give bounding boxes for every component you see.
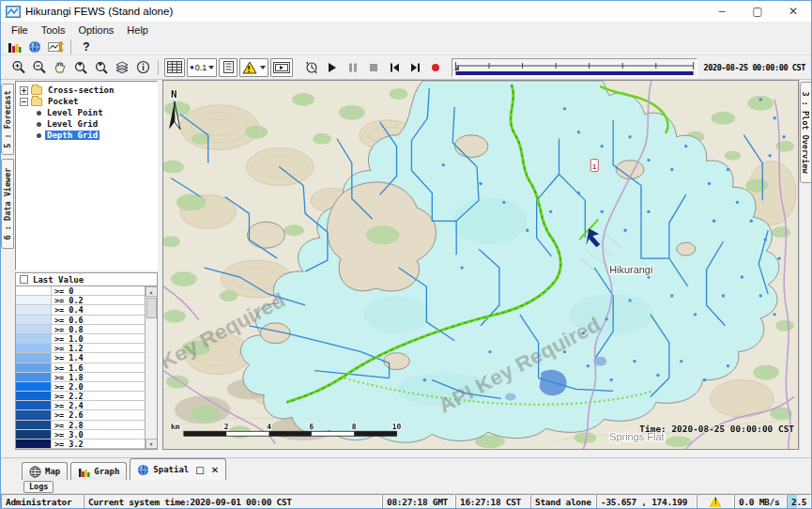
tab-spatial[interactable]: Spatial □ ✕ [130, 458, 226, 480]
time-slider[interactable] [452, 58, 697, 77]
layer-tree: Cross-section Pocket Level Point Level G… [15, 81, 158, 270]
dot-icon: ● [190, 63, 194, 71]
svg-text:8: 8 [352, 423, 357, 431]
tab-data-viewer[interactable]: 6 : Data Viewer [1, 159, 14, 249]
legend-color-swatch [16, 344, 52, 352]
bullet-icon [37, 122, 41, 127]
collapse-icon[interactable] [20, 98, 28, 106]
skip-to-end-icon[interactable] [406, 58, 424, 77]
right-tab-strip: 3 : Plot Overview [799, 80, 811, 450]
tab-maximize-icon[interactable]: □ [195, 465, 204, 475]
maximize-button[interactable]: ▢ [740, 1, 775, 22]
skip-to-start-icon[interactable] [385, 58, 404, 77]
help-button[interactable]: ? [77, 38, 96, 56]
legend-row[interactable]: >= 1.4 [16, 353, 145, 362]
tree-row[interactable]: Level Point [16, 107, 157, 118]
scrollbar-thumb[interactable] [146, 298, 157, 318]
stop-icon[interactable] [364, 58, 383, 77]
tree-row[interactable]: Cross-section [16, 85, 157, 96]
legend-row-label: >= 1.8 [52, 373, 145, 381]
legend-row-label: >= 0.2 [52, 296, 145, 304]
tab-close-icon[interactable]: ✕ [211, 465, 219, 475]
legend-row[interactable]: >= 2.2 [16, 392, 145, 401]
grid-display-button[interactable] [164, 58, 185, 77]
record-icon[interactable] [426, 58, 445, 77]
legend-row[interactable]: >= 0.2 [16, 296, 145, 305]
database-icon[interactable] [5, 38, 23, 56]
animation-movie-button[interactable] [270, 58, 293, 77]
minimize-button[interactable]: – [704, 1, 740, 22]
scroll-down-icon[interactable]: ▼ [146, 439, 158, 449]
legend-row[interactable]: >= 1.6 [16, 363, 145, 373]
legend-table-body: >= 0>= 0.2>= 0.4>= 0.6>= 0.8>= 1.0>= 1.2… [16, 286, 145, 449]
legend-row[interactable]: >= 2.8 [16, 421, 145, 430]
tree-row[interactable]: Depth Grid [16, 130, 157, 141]
legend-row[interactable]: >= 2.0 [16, 382, 145, 392]
zoom-next-icon[interactable] [92, 58, 111, 77]
legend-row[interactable]: >= 1.0 [16, 334, 145, 344]
play-icon[interactable] [323, 58, 342, 77]
tree-item-label[interactable]: Level Point [45, 108, 105, 117]
legend-row[interactable]: >= 0.8 [16, 325, 145, 334]
tree-row[interactable]: Pocket [16, 96, 157, 107]
menu-tools[interactable]: Tools [35, 23, 72, 37]
classification-dropdown[interactable]: ● 0.1 [187, 58, 217, 77]
app-icon [6, 6, 21, 18]
chart-import-icon[interactable] [46, 38, 65, 56]
expand-icon[interactable] [20, 86, 28, 95]
animation-settings-icon[interactable] [302, 58, 321, 77]
legend-row[interactable]: >= 3.2 [16, 440, 145, 449]
legend-toggle-button[interactable] [219, 58, 237, 77]
last-value-checkbox[interactable] [20, 275, 28, 284]
svg-text:1: 1 [592, 162, 597, 171]
map-view[interactable]: 1 API Key Required API Key Required Hiku… [162, 80, 799, 450]
time-slider-range[interactable] [456, 71, 694, 75]
legend-color-swatch [16, 430, 52, 439]
legend-row-label: >= 2.8 [52, 421, 145, 429]
status-warning-cell[interactable] [697, 494, 734, 509]
legend-panel: Last Value >= 0>= 0.2>= 0.4>= 0.6>= 0.8>… [15, 272, 158, 450]
tab-graph[interactable]: Graph [70, 462, 127, 480]
legend-row[interactable]: >= 1.2 [16, 344, 145, 353]
legend-scrollbar[interactable]: ▲ ▼ [145, 286, 157, 449]
tree-item-label[interactable]: Cross-section [46, 85, 115, 95]
zoom-out-icon[interactable] [30, 58, 49, 77]
logs-button[interactable]: Logs [23, 481, 54, 493]
application-toolbar: ? [1, 39, 811, 55]
layers-icon[interactable] [113, 58, 131, 77]
legend-row[interactable]: >= 1.8 [16, 373, 145, 382]
pause-icon[interactable] [344, 58, 362, 77]
menu-file[interactable]: File [5, 23, 35, 37]
scroll-up-icon[interactable]: ▲ [146, 286, 158, 297]
info-icon[interactable] [133, 58, 152, 77]
legend-row[interactable]: >= 2.6 [16, 410, 145, 420]
warnings-dropdown[interactable]: ! [239, 58, 268, 77]
legend-color-swatch [16, 325, 52, 333]
status-user: Administrator [1, 494, 84, 509]
tree-item-label[interactable]: Level Grid [45, 119, 100, 129]
tab-forecast[interactable]: 5 : Forecast [1, 84, 14, 155]
legend-row-label: >= 2.6 [52, 410, 145, 419]
zoom-in-icon[interactable] [9, 58, 28, 77]
legend-row[interactable]: >= 0.4 [16, 305, 145, 315]
tree-row[interactable]: Level Grid [16, 118, 157, 130]
zoom-previous-icon[interactable] [71, 58, 90, 77]
road-shield: 1 [590, 160, 598, 172]
tab-plot-overview[interactable]: 3 : Plot Overview [800, 82, 812, 183]
legend-row-label: >= 0.8 [52, 325, 145, 333]
legend-row[interactable]: >= 0.6 [16, 316, 145, 325]
legend-color-swatch [16, 334, 52, 343]
legend-row[interactable]: >= 0 [16, 286, 145, 296]
tab-map[interactable]: Map [22, 462, 68, 480]
status-transfer-rate: 0.0 MB/s [734, 494, 787, 509]
toolbar-datetime: 2020-08-25 00:00:00 CST [703, 63, 805, 72]
menu-help[interactable]: Help [120, 23, 155, 37]
pan-hand-icon[interactable] [51, 58, 69, 77]
tree-item-label-selected[interactable]: Depth Grid [45, 131, 100, 140]
menu-options[interactable]: Options [71, 23, 120, 37]
close-button[interactable]: ✕ [775, 1, 811, 22]
globe-icon[interactable] [25, 38, 44, 56]
legend-row[interactable]: >= 3.0 [16, 430, 145, 440]
tree-item-label[interactable]: Pocket [46, 97, 81, 106]
legend-row[interactable]: >= 2.4 [16, 401, 145, 410]
